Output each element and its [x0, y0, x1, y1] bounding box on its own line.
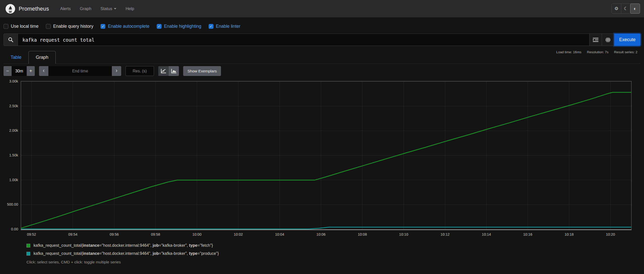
x-axis-tick-label: 10:14	[482, 232, 491, 236]
graph-controls: − + ‹ › Show Exemplars	[4, 66, 640, 76]
x-axis-tick-label: 10:18	[565, 232, 574, 236]
x-axis-tick-label: 10:04	[275, 232, 284, 236]
legend-series-label: kafka_request_count_total{instance="host…	[34, 251, 219, 256]
range-increase-button[interactable]: +	[27, 66, 35, 76]
option-label: Enable highlighting	[164, 24, 201, 29]
x-axis-tick-label: 10:10	[399, 232, 408, 236]
settings-gear-icon[interactable]: ⚙	[612, 4, 621, 13]
x-axis-tick-label: 10:12	[440, 232, 449, 236]
nav-item-label: Status	[101, 6, 112, 11]
option-label: Enable autocomplete	[108, 24, 149, 29]
range-control-group: − +	[4, 66, 35, 76]
y-axis-tick-label: 1.50k	[4, 153, 18, 157]
line-chart-toggle-button[interactable]	[158, 66, 169, 76]
time-forward-button[interactable]: ›	[112, 66, 121, 76]
y-axis-tick-label: 0.00	[4, 227, 18, 231]
globe-button[interactable]	[602, 34, 614, 46]
query-expression-input[interactable]	[18, 34, 590, 46]
option-use-local-time[interactable]: Use local time	[4, 24, 39, 29]
chart-area: 0.00500.001.00k1.50k2.00k2.50k3.00k09:52…	[4, 81, 640, 240]
dark-theme-moon-icon[interactable]: ☾	[621, 4, 630, 13]
checkbox-checked[interactable]: ✓	[209, 24, 213, 29]
chart-type-toggle-group	[158, 66, 179, 76]
nav-item-graph[interactable]: Graph	[80, 6, 91, 11]
x-axis-tick-label: 09:56	[110, 232, 119, 236]
navbar: Prometheus AlertsGraphStatusHelp ⚙ ☾ ◐	[0, 0, 644, 17]
chevron-down-icon	[114, 8, 116, 9]
plot-svg[interactable]	[21, 81, 631, 229]
nav-item-alerts[interactable]: Alerts	[60, 6, 71, 11]
end-time-input[interactable]	[48, 66, 112, 76]
tab-table[interactable]: Table	[4, 51, 28, 64]
tab-graph[interactable]: Graph	[28, 51, 56, 64]
query-bar: Execute	[4, 34, 640, 46]
option-label: Use local time	[11, 24, 39, 29]
time-back-button[interactable]: ‹	[39, 66, 48, 76]
option-label: Enable query history	[53, 24, 93, 29]
x-axis-tick-label: 10:08	[358, 232, 367, 236]
metrics-explorer-icon	[593, 38, 598, 42]
y-axis-tick-label: 2.00k	[4, 128, 18, 132]
option-label: Enable linter	[216, 24, 240, 29]
checkbox-checked[interactable]: ✓	[157, 24, 162, 29]
x-axis-tick-label: 09:54	[68, 232, 77, 236]
checkbox-checked[interactable]: ✓	[101, 24, 105, 29]
legend-swatch	[26, 252, 30, 256]
stat-item: Result series: 2	[614, 50, 637, 54]
nav-item-label: Graph	[80, 6, 91, 11]
auto-theme-contrast-icon[interactable]: ◐	[630, 4, 640, 14]
stacked-chart-toggle-button[interactable]	[169, 66, 179, 76]
nav-item-help[interactable]: Help	[125, 6, 134, 11]
globe-icon	[605, 37, 611, 43]
series-line	[21, 92, 631, 228]
range-decrease-button[interactable]: −	[4, 66, 12, 76]
query-stats: Load time: 16msResolution: 7sResult seri…	[556, 50, 637, 54]
theme-button-group: ⚙ ☾ ◐	[611, 4, 640, 14]
y-axis-tick-label: 2.50k	[4, 104, 18, 108]
checkbox-unchecked[interactable]	[46, 24, 51, 29]
resolution-input[interactable]	[125, 66, 154, 76]
range-input[interactable]	[12, 66, 27, 76]
nav-item-label: Help	[125, 6, 134, 11]
query-options-row: Use local timeEnable query history✓Enabl…	[4, 23, 640, 30]
checkbox-unchecked[interactable]	[4, 24, 8, 29]
x-axis-tick-label: 10:20	[606, 232, 615, 236]
x-axis-tick-label: 10:02	[234, 232, 243, 236]
y-axis-tick-label: 3.00k	[4, 79, 18, 83]
x-axis-tick-label: 09:58	[151, 232, 160, 236]
end-time-control-group: ‹ ›	[39, 66, 121, 76]
legend-series-row[interactable]: kafka_request_count_total{instance="host…	[26, 250, 640, 258]
x-axis-tick-label: 10:00	[192, 232, 201, 236]
legend-series-label: kafka_request_count_total{instance="host…	[34, 243, 213, 248]
legend-hint: Click: select series, CMD + click: toggl…	[26, 260, 640, 264]
series-line	[21, 227, 631, 229]
nav-links: AlertsGraphStatusHelp	[60, 6, 134, 11]
nav-item-status[interactable]: Status	[101, 6, 117, 11]
y-axis-tick-label: 500.00	[4, 202, 18, 206]
metrics-explorer-button[interactable]	[590, 34, 602, 46]
x-axis-tick-label: 09:52	[27, 232, 36, 236]
option-enable-autocomplete[interactable]: ✓Enable autocomplete	[101, 24, 149, 29]
stacked-chart-icon	[171, 69, 177, 73]
option-enable-linter[interactable]: ✓Enable linter	[209, 24, 240, 29]
prometheus-brand[interactable]: Prometheus	[6, 4, 49, 14]
nav-item-label: Alerts	[60, 6, 71, 11]
result-tabs: TableGraphLoad time: 16msResolution: 7sR…	[4, 49, 640, 64]
stat-item: Load time: 16ms	[556, 50, 582, 54]
line-chart-icon	[161, 69, 166, 73]
y-axis-tick-label: 1.00k	[4, 178, 18, 182]
prometheus-logo-icon	[6, 4, 15, 14]
show-exemplars-button[interactable]: Show Exemplars	[183, 66, 221, 76]
app-title: Prometheus	[19, 6, 49, 12]
legend-swatch	[26, 244, 30, 248]
stat-item: Resolution: 7s	[587, 50, 608, 54]
execute-button[interactable]: Execute	[614, 34, 640, 46]
x-axis-tick-label: 10:16	[523, 232, 532, 236]
option-enable-query-history[interactable]: Enable query history	[46, 24, 93, 29]
legend-series-row[interactable]: kafka_request_count_total{instance="host…	[26, 241, 640, 250]
plot-box	[21, 81, 632, 230]
x-axis-tick-label: 10:06	[316, 232, 326, 236]
search-icon	[8, 37, 13, 42]
legend: kafka_request_count_total{instance="host…	[26, 241, 640, 264]
option-enable-highlighting[interactable]: ✓Enable highlighting	[157, 24, 201, 29]
